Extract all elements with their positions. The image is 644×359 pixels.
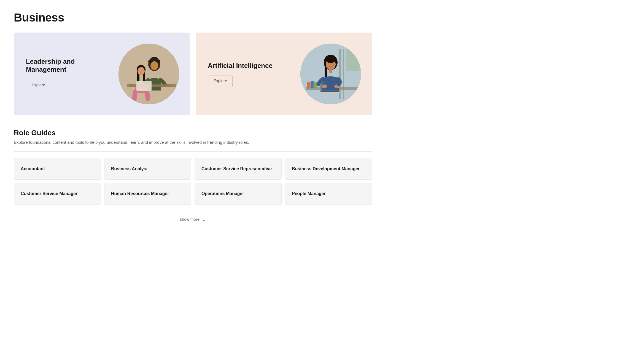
role-guides-section: Role Guides Explore foundational content…: [14, 129, 372, 205]
role-card-operations-manager[interactable]: Operations Manager: [195, 183, 282, 205]
svg-rect-28: [329, 69, 332, 73]
svg-point-27: [326, 56, 336, 63]
svg-rect-19: [311, 81, 314, 88]
role-guides-title: Role Guides: [14, 129, 372, 137]
show-more-button[interactable]: show more ⌄: [14, 211, 372, 225]
svg-point-29: [322, 84, 327, 88]
role-guides-description: Explore foundational content and tools t…: [14, 139, 372, 146]
role-card-title-people-manager: People Manager: [292, 191, 326, 196]
explore-button-leadership[interactable]: Explore: [26, 80, 51, 90]
show-more-label: show more: [180, 217, 200, 222]
card-title-ai: Artificial Intelligence: [208, 62, 285, 70]
role-card-accountant[interactable]: Accountant: [14, 158, 101, 180]
role-card-title-accountant: Accountant: [21, 166, 45, 171]
explore-button-ai[interactable]: Explore: [208, 76, 233, 86]
featured-cards-container: Leadership and Management Explore: [14, 33, 372, 115]
section-divider: [14, 151, 372, 151]
svg-point-6: [150, 61, 158, 70]
role-card-people-manager[interactable]: People Manager: [285, 183, 372, 205]
role-card-title-business-dev-manager: Business Development Manager: [292, 166, 360, 171]
leadership-illustration: [118, 44, 179, 104]
role-card-customer-service-rep[interactable]: Customer Service Representative: [195, 158, 282, 180]
svg-rect-18: [307, 82, 311, 88]
role-card-title-hr-manager: Human Resources Manager: [111, 191, 169, 196]
featured-card-leadership: Leadership and Management Explore: [14, 33, 190, 115]
card-image-ai: [300, 44, 361, 104]
role-card-title-customer-service-manager: Customer Service Manager: [21, 191, 77, 196]
ai-illustration: [300, 44, 361, 104]
page-title: Business: [14, 11, 372, 24]
card-image-leadership: [118, 44, 179, 104]
svg-rect-15: [343, 49, 344, 99]
svg-rect-20: [314, 82, 317, 88]
role-card-title-business-analyst: Business Analyst: [111, 166, 148, 171]
svg-point-10: [138, 67, 145, 75]
role-card-hr-manager[interactable]: Human Resources Manager: [104, 183, 191, 205]
chevron-down-icon: ⌄: [202, 217, 206, 222]
role-card-customer-service-manager[interactable]: Customer Service Manager: [14, 183, 101, 205]
card-content-leadership: Leadership and Management Explore: [26, 58, 118, 90]
svg-rect-16: [346, 49, 360, 71]
card-content-ai: Artificial Intelligence Explore: [208, 62, 300, 86]
card-title-leadership: Leadership and Management: [26, 58, 103, 74]
role-card-title-operations-manager: Operations Manager: [201, 191, 244, 196]
role-card-business-dev-manager[interactable]: Business Development Manager: [285, 158, 372, 180]
svg-rect-12: [136, 81, 152, 91]
featured-card-ai: Artificial Intelligence Explore: [196, 33, 372, 115]
role-grid-row2: Customer Service Manager Human Resources…: [14, 183, 372, 205]
svg-point-31: [328, 65, 333, 68]
role-grid-row1: Accountant Business Analyst Customer Ser…: [14, 158, 372, 180]
role-card-title-customer-service-rep: Customer Service Representative: [201, 166, 272, 171]
role-card-business-analyst[interactable]: Business Analyst: [104, 158, 191, 180]
